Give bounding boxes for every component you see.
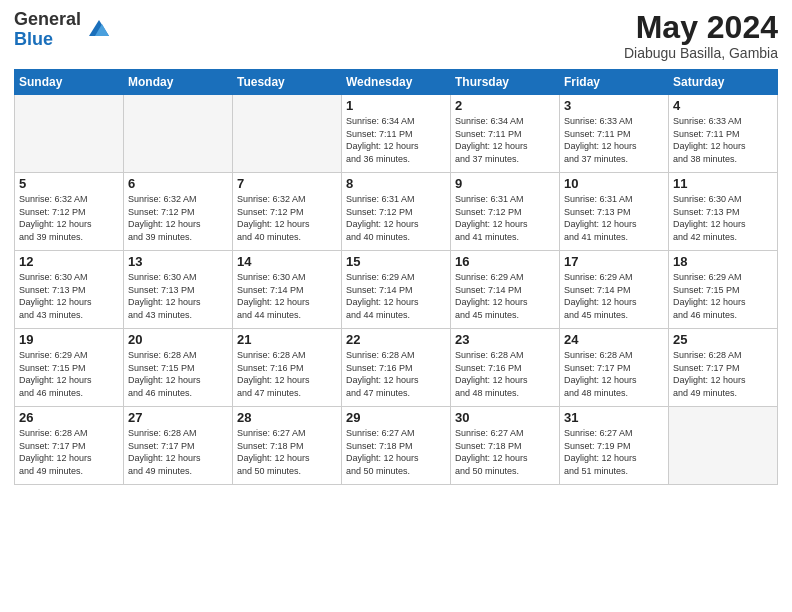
day-info: Sunrise: 6:31 AM Sunset: 7:12 PM Dayligh…	[455, 193, 555, 243]
day-number: 15	[346, 254, 446, 269]
weekday-header-tuesday: Tuesday	[233, 70, 342, 95]
page: General Blue May 2024 Diabugu Basilla, G…	[0, 0, 792, 612]
day-number: 25	[673, 332, 773, 347]
month-year: May 2024	[624, 10, 778, 45]
weekday-header-friday: Friday	[560, 70, 669, 95]
day-cell: 27Sunrise: 6:28 AM Sunset: 7:17 PM Dayli…	[124, 407, 233, 485]
day-info: Sunrise: 6:28 AM Sunset: 7:17 PM Dayligh…	[564, 349, 664, 399]
day-number: 18	[673, 254, 773, 269]
day-info: Sunrise: 6:28 AM Sunset: 7:15 PM Dayligh…	[128, 349, 228, 399]
day-info: Sunrise: 6:30 AM Sunset: 7:13 PM Dayligh…	[673, 193, 773, 243]
logo-text: General Blue	[14, 10, 81, 50]
day-number: 19	[19, 332, 119, 347]
day-info: Sunrise: 6:32 AM Sunset: 7:12 PM Dayligh…	[19, 193, 119, 243]
day-info: Sunrise: 6:33 AM Sunset: 7:11 PM Dayligh…	[564, 115, 664, 165]
day-number: 6	[128, 176, 228, 191]
day-cell: 1Sunrise: 6:34 AM Sunset: 7:11 PM Daylig…	[342, 95, 451, 173]
day-cell: 10Sunrise: 6:31 AM Sunset: 7:13 PM Dayli…	[560, 173, 669, 251]
day-cell: 25Sunrise: 6:28 AM Sunset: 7:17 PM Dayli…	[669, 329, 778, 407]
day-cell: 29Sunrise: 6:27 AM Sunset: 7:18 PM Dayli…	[342, 407, 451, 485]
day-info: Sunrise: 6:34 AM Sunset: 7:11 PM Dayligh…	[455, 115, 555, 165]
week-row-3: 12Sunrise: 6:30 AM Sunset: 7:13 PM Dayli…	[15, 251, 778, 329]
day-number: 3	[564, 98, 664, 113]
day-cell: 5Sunrise: 6:32 AM Sunset: 7:12 PM Daylig…	[15, 173, 124, 251]
day-number: 14	[237, 254, 337, 269]
weekday-header-sunday: Sunday	[15, 70, 124, 95]
day-number: 30	[455, 410, 555, 425]
day-cell	[124, 95, 233, 173]
day-info: Sunrise: 6:27 AM Sunset: 7:18 PM Dayligh…	[346, 427, 446, 477]
day-info: Sunrise: 6:29 AM Sunset: 7:14 PM Dayligh…	[346, 271, 446, 321]
day-number: 28	[237, 410, 337, 425]
day-cell	[233, 95, 342, 173]
day-number: 11	[673, 176, 773, 191]
day-cell: 7Sunrise: 6:32 AM Sunset: 7:12 PM Daylig…	[233, 173, 342, 251]
day-info: Sunrise: 6:29 AM Sunset: 7:14 PM Dayligh…	[455, 271, 555, 321]
day-cell: 17Sunrise: 6:29 AM Sunset: 7:14 PM Dayli…	[560, 251, 669, 329]
day-info: Sunrise: 6:31 AM Sunset: 7:12 PM Dayligh…	[346, 193, 446, 243]
day-info: Sunrise: 6:28 AM Sunset: 7:17 PM Dayligh…	[673, 349, 773, 399]
day-cell: 6Sunrise: 6:32 AM Sunset: 7:12 PM Daylig…	[124, 173, 233, 251]
day-cell: 2Sunrise: 6:34 AM Sunset: 7:11 PM Daylig…	[451, 95, 560, 173]
calendar: SundayMondayTuesdayWednesdayThursdayFrid…	[14, 69, 778, 485]
title-block: May 2024 Diabugu Basilla, Gambia	[624, 10, 778, 61]
day-info: Sunrise: 6:32 AM Sunset: 7:12 PM Dayligh…	[237, 193, 337, 243]
day-number: 4	[673, 98, 773, 113]
day-cell: 4Sunrise: 6:33 AM Sunset: 7:11 PM Daylig…	[669, 95, 778, 173]
weekday-header-monday: Monday	[124, 70, 233, 95]
day-cell: 12Sunrise: 6:30 AM Sunset: 7:13 PM Dayli…	[15, 251, 124, 329]
day-info: Sunrise: 6:30 AM Sunset: 7:14 PM Dayligh…	[237, 271, 337, 321]
day-info: Sunrise: 6:29 AM Sunset: 7:15 PM Dayligh…	[673, 271, 773, 321]
day-cell: 18Sunrise: 6:29 AM Sunset: 7:15 PM Dayli…	[669, 251, 778, 329]
day-number: 24	[564, 332, 664, 347]
day-number: 31	[564, 410, 664, 425]
day-cell: 15Sunrise: 6:29 AM Sunset: 7:14 PM Dayli…	[342, 251, 451, 329]
day-cell: 23Sunrise: 6:28 AM Sunset: 7:16 PM Dayli…	[451, 329, 560, 407]
day-number: 12	[19, 254, 119, 269]
day-info: Sunrise: 6:31 AM Sunset: 7:13 PM Dayligh…	[564, 193, 664, 243]
day-info: Sunrise: 6:28 AM Sunset: 7:16 PM Dayligh…	[455, 349, 555, 399]
day-cell: 16Sunrise: 6:29 AM Sunset: 7:14 PM Dayli…	[451, 251, 560, 329]
week-row-5: 26Sunrise: 6:28 AM Sunset: 7:17 PM Dayli…	[15, 407, 778, 485]
day-number: 8	[346, 176, 446, 191]
day-number: 17	[564, 254, 664, 269]
weekday-header-wednesday: Wednesday	[342, 70, 451, 95]
day-cell: 11Sunrise: 6:30 AM Sunset: 7:13 PM Dayli…	[669, 173, 778, 251]
day-cell	[15, 95, 124, 173]
day-info: Sunrise: 6:28 AM Sunset: 7:16 PM Dayligh…	[237, 349, 337, 399]
day-cell: 21Sunrise: 6:28 AM Sunset: 7:16 PM Dayli…	[233, 329, 342, 407]
location: Diabugu Basilla, Gambia	[624, 45, 778, 61]
day-cell: 20Sunrise: 6:28 AM Sunset: 7:15 PM Dayli…	[124, 329, 233, 407]
day-cell: 19Sunrise: 6:29 AM Sunset: 7:15 PM Dayli…	[15, 329, 124, 407]
day-number: 21	[237, 332, 337, 347]
day-info: Sunrise: 6:29 AM Sunset: 7:15 PM Dayligh…	[19, 349, 119, 399]
weekday-header-saturday: Saturday	[669, 70, 778, 95]
day-number: 13	[128, 254, 228, 269]
day-number: 26	[19, 410, 119, 425]
day-number: 23	[455, 332, 555, 347]
day-info: Sunrise: 6:30 AM Sunset: 7:13 PM Dayligh…	[19, 271, 119, 321]
day-cell: 26Sunrise: 6:28 AM Sunset: 7:17 PM Dayli…	[15, 407, 124, 485]
day-cell: 28Sunrise: 6:27 AM Sunset: 7:18 PM Dayli…	[233, 407, 342, 485]
week-row-2: 5Sunrise: 6:32 AM Sunset: 7:12 PM Daylig…	[15, 173, 778, 251]
day-cell: 3Sunrise: 6:33 AM Sunset: 7:11 PM Daylig…	[560, 95, 669, 173]
week-row-1: 1Sunrise: 6:34 AM Sunset: 7:11 PM Daylig…	[15, 95, 778, 173]
day-cell: 9Sunrise: 6:31 AM Sunset: 7:12 PM Daylig…	[451, 173, 560, 251]
header: General Blue May 2024 Diabugu Basilla, G…	[14, 10, 778, 61]
day-number: 27	[128, 410, 228, 425]
day-cell: 31Sunrise: 6:27 AM Sunset: 7:19 PM Dayli…	[560, 407, 669, 485]
day-info: Sunrise: 6:27 AM Sunset: 7:18 PM Dayligh…	[237, 427, 337, 477]
day-info: Sunrise: 6:28 AM Sunset: 7:16 PM Dayligh…	[346, 349, 446, 399]
day-number: 9	[455, 176, 555, 191]
day-info: Sunrise: 6:30 AM Sunset: 7:13 PM Dayligh…	[128, 271, 228, 321]
day-cell: 8Sunrise: 6:31 AM Sunset: 7:12 PM Daylig…	[342, 173, 451, 251]
day-info: Sunrise: 6:27 AM Sunset: 7:19 PM Dayligh…	[564, 427, 664, 477]
day-cell	[669, 407, 778, 485]
day-cell: 14Sunrise: 6:30 AM Sunset: 7:14 PM Dayli…	[233, 251, 342, 329]
day-info: Sunrise: 6:29 AM Sunset: 7:14 PM Dayligh…	[564, 271, 664, 321]
week-row-4: 19Sunrise: 6:29 AM Sunset: 7:15 PM Dayli…	[15, 329, 778, 407]
day-info: Sunrise: 6:33 AM Sunset: 7:11 PM Dayligh…	[673, 115, 773, 165]
logo: General Blue	[14, 10, 113, 50]
day-info: Sunrise: 6:34 AM Sunset: 7:11 PM Dayligh…	[346, 115, 446, 165]
day-info: Sunrise: 6:28 AM Sunset: 7:17 PM Dayligh…	[128, 427, 228, 477]
